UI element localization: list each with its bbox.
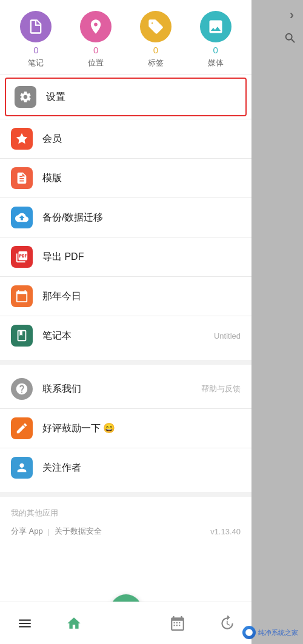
notebook-icon-bg: [11, 325, 33, 347]
notes-label: 笔记: [28, 58, 44, 68]
divider-thick-1: [0, 360, 251, 365]
template-menu-item[interactable]: 模版: [0, 159, 251, 198]
edit-icon: [15, 422, 28, 435]
settings-label: 设置: [46, 91, 237, 104]
watermark-icon: [245, 628, 253, 637]
right-panel-search-icon[interactable]: [284, 32, 297, 48]
history-icon: [219, 616, 235, 631]
notebook-icon: [15, 329, 28, 342]
rate-label: 好评鼓励一下 😄: [42, 422, 241, 435]
nav-home-button[interactable]: [61, 610, 87, 637]
contact-label: 联系我们: [42, 383, 188, 396]
backup-menu-item[interactable]: 备份/数据迁移: [0, 198, 251, 237]
contact-menu-item[interactable]: 联系我们 帮助与反馈: [0, 370, 251, 408]
vip-icon-bg: [11, 128, 33, 150]
settings-menu-item[interactable]: 设置 ←: [5, 78, 247, 116]
media-count: 0: [213, 45, 218, 55]
other-apps-section-label: 我的其他应用: [0, 502, 251, 521]
rate-icon-bg: [11, 417, 33, 439]
data-safety-link[interactable]: 关于数据安全: [55, 526, 102, 537]
notes-icon: [27, 18, 44, 35]
rate-menu-item[interactable]: 好评鼓励一下 😄: [0, 409, 251, 448]
location-label: 位置: [88, 58, 104, 68]
media-label: 媒体: [208, 58, 224, 68]
template-label: 模版: [42, 172, 241, 185]
stat-tags[interactable]: 0 标签: [140, 11, 171, 68]
footer-row: 分享 App | 关于数据安全 v1.13.40: [0, 521, 251, 545]
template-icon: [15, 171, 28, 185]
right-panel: ›: [251, 0, 303, 644]
calendar-icon-bg: [11, 285, 33, 307]
contact-icon-bg: [11, 378, 33, 400]
settings-icon-bg: [15, 86, 36, 108]
version-label: v1.13.40: [210, 527, 241, 536]
watermark-logo: [242, 626, 256, 639]
right-panel-chevron[interactable]: ›: [290, 7, 294, 23]
home-icon: [66, 616, 82, 631]
watermark-text: 纯净系统之家: [258, 628, 298, 637]
question-icon: [15, 382, 28, 396]
watermark: 纯净系统之家: [242, 626, 298, 639]
divider-1: [0, 75, 251, 75]
hamburger-icon: [17, 616, 33, 631]
share-app-link[interactable]: 分享 App: [11, 526, 43, 537]
tags-icon-circle: [140, 11, 171, 42]
gear-icon: [19, 90, 32, 104]
tags-label: 标签: [148, 58, 164, 68]
backup-icon-bg: [11, 207, 33, 228]
on-this-day-menu-item[interactable]: 那年今日: [0, 277, 251, 316]
nav-calendar-icon: [170, 616, 185, 631]
nav-calendar-button[interactable]: [164, 610, 191, 637]
notebook-menu-item[interactable]: 笔记本 Untitled: [0, 316, 251, 355]
location-icon: [87, 18, 104, 35]
vip-label: 会员: [42, 133, 241, 145]
pdf-icon: [15, 250, 28, 264]
contact-sublabel: 帮助与反馈: [201, 383, 241, 394]
footer-separator: |: [48, 527, 50, 536]
notes-count: 0: [33, 45, 38, 55]
bottom-nav: [0, 602, 251, 644]
location-icon-circle: [80, 11, 112, 42]
vip-menu-item[interactable]: 会员: [0, 119, 251, 158]
tag-icon: [147, 18, 164, 35]
location-count: 0: [93, 45, 98, 55]
bottom-spacer: [0, 545, 251, 594]
stat-location[interactable]: 0 位置: [80, 11, 112, 68]
nav-history-button[interactable]: [213, 610, 240, 637]
notebook-sublabel: Untitled: [214, 331, 241, 340]
stat-notes[interactable]: 0 笔记: [20, 11, 52, 68]
export-pdf-menu-item[interactable]: 导出 PDF: [0, 237, 251, 276]
notes-icon-circle: [20, 11, 52, 42]
on-this-day-label: 那年今日: [42, 290, 241, 303]
stats-row: 0 笔记 0 位置 0 标签: [0, 0, 251, 75]
cloud-upload-icon: [15, 211, 28, 224]
stat-media[interactable]: 0 媒体: [200, 11, 231, 68]
tags-count: 0: [153, 45, 158, 55]
star-icon: [15, 132, 28, 145]
media-icon: [207, 18, 224, 35]
template-icon-bg: [11, 167, 33, 189]
pdf-icon-bg: [11, 246, 33, 268]
nav-menu-button[interactable]: [12, 610, 38, 637]
follow-label: 关注作者: [42, 462, 241, 474]
export-pdf-label: 导出 PDF: [42, 251, 241, 264]
media-icon-circle: [200, 11, 231, 42]
follow-menu-item[interactable]: 关注作者: [0, 448, 251, 487]
notebook-label: 笔记本: [42, 330, 201, 342]
calendar-icon: [15, 290, 28, 303]
person-icon: [15, 461, 28, 474]
backup-label: 备份/数据迁移: [42, 211, 241, 224]
divider-thick-2: [0, 492, 251, 497]
follow-icon-bg: [11, 457, 33, 479]
